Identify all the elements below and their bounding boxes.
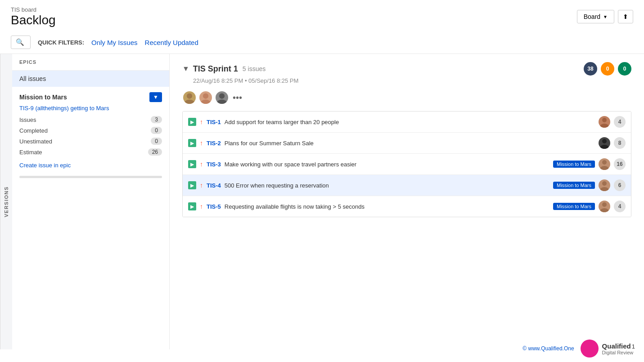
quick-filters-label: QUICK FILTERS: [38,39,84,46]
board-subtitle: TIS board [11,6,56,13]
issue-title: Requesting available flights is now taki… [225,203,365,210]
epic-tag: Mission to Mars [553,182,595,189]
stat-row-estimate: Estimate 26 [19,148,162,156]
svg-point-0 [187,93,192,98]
issue-title: 500 Error when requesting a reservation [225,182,329,189]
issue-type-icon: ▶ [188,202,196,210]
issue-row[interactable]: ▶ ↑ TIS-1 Add support for teams larger t… [183,112,631,133]
issue-points: 4 [614,116,626,128]
qualified-brand-name: Qualified [602,342,631,350]
svg-point-12 [602,181,607,186]
priority-icon: ↑ [200,139,203,147]
collapse-button[interactable]: ⬆ [618,10,633,23]
epic-dropdown-button[interactable]: ▼ [149,92,162,102]
stat-label: Issues [19,116,36,123]
qualified-circle-logo [581,340,599,349]
avatars-row: ••• [182,90,631,105]
svg-point-15 [600,208,609,212]
issue-points: 16 [614,158,626,170]
qualified-brand-suffix: 1 [632,343,635,350]
priority-icon: ↑ [200,182,203,189]
scrollbar-track [19,176,162,178]
issue-row[interactable]: ▶ ↑ TIS-3 Make working with our space tr… [183,154,631,175]
svg-point-14 [602,202,607,207]
priority-icon: ↑ [200,118,203,125]
stat-badge-unestimated: 0 [151,138,162,145]
badge-orange: 0 [601,62,614,76]
content-area: ▼ TIS Sprint 1 5 issues 38 0 0 22/Aug/16… [170,54,644,349]
issue-id[interactable]: TIS-5 [207,203,221,210]
epic-section: Mission to Mars ▼ TIS-9 (allthethings) g… [12,87,169,183]
issue-row[interactable]: ▶ ↑ TIS-2 Plans for our Summer Saturn Sa… [183,133,631,154]
create-issue-in-epic-link[interactable]: Create issue in epic [19,162,162,169]
issue-id[interactable]: TIS-3 [207,161,221,168]
issue-avatar [599,116,610,128]
issue-row[interactable]: ▶ ↑ TIS-5 Requesting available flights i… [183,196,631,217]
badge-blue: 38 [584,62,597,76]
epic-stats: Issues 3 Completed 0 Unestimated 0 Estim… [19,116,162,156]
sprint-toggle-icon[interactable]: ▼ [182,65,189,73]
issue-type-icon: ▶ [188,160,196,168]
only-my-issues-filter[interactable]: Only My Issues [91,39,138,46]
issue-id[interactable]: TIS-2 [207,140,221,147]
issue-id[interactable]: TIS-1 [207,119,221,125]
avatar-1 [182,90,197,105]
search-icon: 🔍 [16,38,24,46]
svg-point-5 [217,99,227,105]
sprint-count: 5 issues [243,65,266,72]
issue-avatar [599,137,610,149]
issue-row-highlighted[interactable]: ▶ ↑ TIS-4 500 Error when requesting a re… [183,175,631,196]
all-issues-item[interactable]: All issues [12,71,169,87]
stat-label-unestimated: Unestimated [19,138,52,145]
issue-avatar [599,201,610,212]
board-button-label: Board [584,13,600,20]
footer: © www.Qualified.One Qualified 1 Digital … [513,335,644,349]
search-box[interactable]: 🔍 [11,36,31,49]
stat-badge-completed: 0 [151,127,162,134]
priority-icon: ↑ [200,161,203,168]
sprint-dates: 22/Aug/16 8:25 PM • 05/Sep/16 8:25 PM [193,77,631,84]
issue-type-icon: ▶ [188,118,196,126]
sprint-name: TIS Sprint 1 [193,64,238,74]
more-avatars-button[interactable]: ••• [233,93,242,103]
stat-row-unestimated: Unestimated 0 [19,138,162,145]
board-dropdown-button[interactable]: Board ▼ [577,10,614,23]
epics-header: EPICS [12,54,169,71]
issue-points: 6 [614,179,626,191]
versions-tab[interactable]: VERSIONS [0,54,12,349]
issue-title: Plans for our Summer Saturn Sale [225,140,595,147]
issue-avatar [599,179,610,191]
issue-type-icon: ▶ [188,181,196,189]
stat-badge-estimate: 26 [148,148,162,156]
svg-point-11 [600,166,609,170]
epic-tag: Mission to Mars [553,161,595,168]
issue-points: 4 [614,201,626,212]
svg-point-10 [602,160,607,165]
issues-table: ▶ ↑ TIS-1 Add support for teams larger t… [182,111,631,217]
svg-point-8 [602,139,607,143]
recently-updated-filter[interactable]: Recently Updated [145,39,198,46]
issue-id[interactable]: TIS-4 [207,182,221,189]
issue-title: Make working with our space travel partn… [225,161,356,168]
issue-type-icon: ▶ [188,139,196,147]
page-title: Backlog [11,13,56,27]
collapse-icon: ⬆ [623,13,628,20]
svg-point-6 [602,118,607,122]
dropdown-chevron-icon: ▼ [603,14,608,19]
badge-green: 0 [618,62,631,76]
svg-point-1 [185,99,195,105]
svg-point-13 [600,187,609,191]
stat-label-completed: Completed [19,127,48,134]
svg-point-2 [203,93,208,98]
stat-row-completed: Completed 0 [19,127,162,134]
svg-point-4 [219,93,225,98]
sidebar: EPICS All issues Mission to Mars ▼ TIS-9… [12,54,170,349]
stat-row-issues: Issues 3 [19,116,162,123]
footer-copyright-link[interactable]: © www.Qualified.One [522,345,574,349]
issue-avatar [599,158,610,170]
epic-link[interactable]: TIS-9 (allthethings) getting to Mars [19,105,162,112]
svg-point-9 [600,145,609,149]
qualified-logo-block: Qualified 1 Digital Review [581,340,635,349]
stat-badge-issues: 3 [151,116,162,123]
stat-label-estimate: Estimate [19,149,42,156]
